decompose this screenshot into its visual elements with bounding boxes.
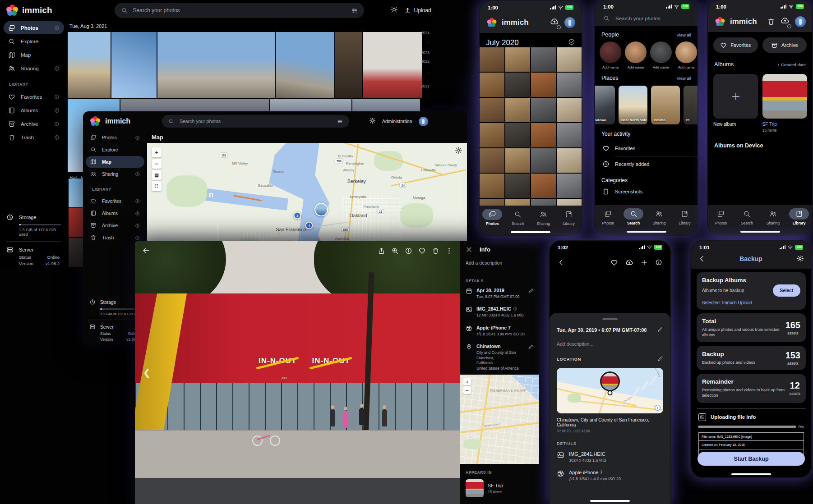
sidebar-item-favorites[interactable]: Favorites <box>86 195 144 207</box>
photo-thumbnail[interactable] <box>557 174 582 198</box>
photo-thumbnail[interactable] <box>480 199 504 206</box>
photo-thumbnail[interactable] <box>505 148 530 173</box>
map-zoom-out-button[interactable]: − <box>152 159 162 169</box>
sidebar-item-albums[interactable]: Albums <box>4 104 64 117</box>
search-filter-icon[interactable] <box>351 7 358 14</box>
person-item[interactable]: Add name <box>675 41 697 69</box>
sidebar-item-photos[interactable]: Photos <box>86 132 144 143</box>
previous-photo-chevron[interactable]: ❮ <box>143 367 151 378</box>
photo-thumbnail[interactable] <box>557 73 582 97</box>
location-map[interactable]: FISHERMAN'S WHARF Beach Street + − <box>460 375 539 464</box>
places-view-all-link[interactable]: View all <box>676 76 691 81</box>
backup-status-button[interactable] <box>550 17 559 28</box>
photo-thumbnail[interactable] <box>505 174 530 198</box>
photo-thumbnail[interactable] <box>335 32 362 98</box>
upload-button[interactable]: Upload <box>404 7 431 14</box>
favorite-heart-icon[interactable] <box>418 247 426 255</box>
photo-thumbnail[interactable] <box>505 73 530 97</box>
info-icon[interactable] <box>655 259 662 266</box>
map-settings-button[interactable] <box>455 147 462 156</box>
map-photo-marker[interactable] <box>314 203 328 216</box>
activity-recently-added[interactable]: Recently added <box>595 156 698 172</box>
nav-photos[interactable]: Photos <box>480 209 504 235</box>
select-month-button[interactable] <box>568 38 575 47</box>
photo-thumbnail[interactable] <box>505 47 530 72</box>
pencil-icon[interactable] <box>657 356 663 362</box>
photo-thumbnail[interactable] <box>480 148 504 173</box>
photo-thumbnail[interactable] <box>557 123 582 147</box>
theme-toggle-button[interactable] <box>390 6 398 15</box>
info-icon[interactable] <box>135 135 140 140</box>
nav-photos[interactable]: Photos <box>596 208 619 235</box>
nav-library[interactable]: Library <box>673 208 697 235</box>
info-icon[interactable] <box>405 247 412 255</box>
place-tile[interactable]: Chinatown <box>595 86 615 124</box>
immich-logo[interactable]: immich <box>89 115 130 127</box>
back-icon[interactable] <box>558 259 565 266</box>
photo-thumbnail[interactable] <box>531 73 556 97</box>
avatar[interactable] <box>564 17 575 28</box>
pencil-icon[interactable] <box>657 326 663 332</box>
photo-thumbnail[interactable] <box>363 32 422 98</box>
photo-thumbnail[interactable] <box>69 208 83 237</box>
info-icon[interactable] <box>135 199 140 204</box>
photo-thumbnail[interactable] <box>157 32 275 98</box>
back-icon[interactable] <box>142 247 150 255</box>
photo-thumbnail[interactable] <box>531 148 556 173</box>
delete-icon[interactable] <box>432 247 439 255</box>
map-attribution-icon[interactable]: i <box>655 405 661 411</box>
share-icon[interactable] <box>378 247 385 255</box>
sidebar-item-trash[interactable]: Trash <box>4 131 64 144</box>
photo-thumbnail[interactable] <box>505 123 530 147</box>
category-screenshots[interactable]: Screenshots <box>595 187 698 199</box>
archive-button[interactable]: Archive <box>762 37 807 53</box>
info-icon[interactable] <box>135 172 140 177</box>
add-to-album-icon[interactable] <box>641 259 648 266</box>
place-tile[interactable]: Pi <box>684 86 698 124</box>
photo-thumbnail[interactable] <box>276 32 334 98</box>
more-options-icon[interactable] <box>445 247 453 255</box>
search-bar[interactable]: Search your photos <box>595 13 698 23</box>
search-bar[interactable] <box>115 3 364 18</box>
add-name-link[interactable]: Add name <box>678 65 694 69</box>
sidebar-item-trash[interactable]: Trash <box>86 232 144 243</box>
people-view-all-link[interactable]: View all <box>676 32 691 37</box>
sidebar-item-explore[interactable]: Explore <box>86 144 144 156</box>
map-cluster-marker[interactable]: 3 <box>294 211 301 219</box>
info-icon[interactable] <box>513 307 517 311</box>
album-tile-sf-trip[interactable] <box>762 74 807 119</box>
photo-detail-image[interactable]: IN-N-OUT IN-N-OUT 333 <box>135 241 460 504</box>
photo-thumbnail[interactable] <box>69 179 83 207</box>
favorites-button[interactable]: Favorites <box>713 37 758 53</box>
favorite-heart-icon[interactable] <box>610 259 618 266</box>
photo-thumbnail[interactable] <box>505 199 530 206</box>
avatar[interactable] <box>795 16 806 27</box>
info-icon[interactable] <box>54 108 60 113</box>
zoom-in-icon[interactable] <box>391 247 399 255</box>
new-album-tile[interactable] <box>713 74 758 119</box>
backup-status-button[interactable] <box>781 16 790 27</box>
activity-favorites[interactable]: Favorites <box>595 141 698 156</box>
search-input[interactable] <box>179 118 333 124</box>
sidebar-item-sharing[interactable]: Sharing <box>4 62 64 75</box>
sidebar-item-map[interactable]: Map <box>86 156 144 168</box>
info-icon[interactable] <box>54 66 60 71</box>
photo-thumbnail[interactable] <box>557 148 582 173</box>
info-icon[interactable] <box>54 94 60 100</box>
immich-logo[interactable]: immich <box>6 5 52 16</box>
photo-thumbnail[interactable] <box>557 98 582 122</box>
sidebar-item-archive[interactable]: Archive <box>86 220 144 231</box>
map-cluster-marker[interactable]: 4 <box>305 222 313 229</box>
appears-in-album[interactable]: SF Trip 15 items <box>466 479 534 497</box>
photo-thumbnail[interactable] <box>480 123 504 147</box>
description-field[interactable]: Add description... <box>557 341 663 347</box>
sidebar-item-explore[interactable]: Explore <box>4 35 64 48</box>
sidebar-item-map[interactable]: Map <box>4 48 64 61</box>
photo-thumbnail[interactable] <box>480 98 504 122</box>
close-icon[interactable] <box>466 246 472 253</box>
search-filter-icon[interactable] <box>337 119 343 124</box>
photo-thumbnail[interactable] <box>480 47 504 72</box>
search-input[interactable] <box>132 7 346 14</box>
cloud-download-icon[interactable] <box>625 258 633 266</box>
theme-toggle-button[interactable] <box>369 117 376 126</box>
